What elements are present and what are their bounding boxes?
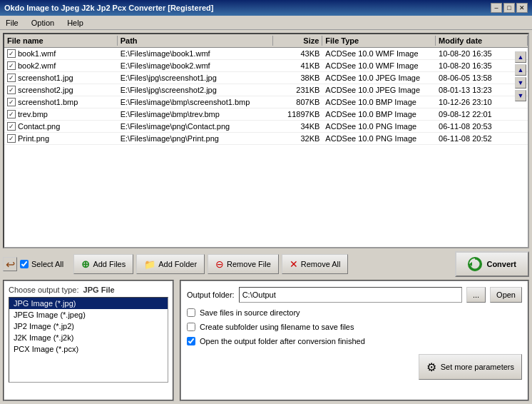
- row-checkbox[interactable]: [7, 86, 16, 94]
- file-table-container: File name Path Size File Type Modify dat…: [3, 33, 529, 248]
- main-content: File name Path Size File Type Modify dat…: [0, 30, 532, 404]
- row-checkbox[interactable]: [7, 98, 16, 106]
- convert-icon: [468, 257, 482, 271]
- convert-label: Convert: [486, 260, 516, 268]
- col-header-size: Size: [273, 36, 322, 46]
- save-source-row: Save files in source directory: [187, 308, 522, 317]
- params-label: Set more parameters: [441, 363, 514, 371]
- type-list-item[interactable]: JP2 Image (*.jp2): [9, 320, 168, 332]
- row-checkbox[interactable]: [7, 134, 16, 143]
- scroll-up-button[interactable]: ▲: [515, 64, 526, 76]
- table-row: book1.wmf E:\Files\image\book1.wmf 43KB …: [4, 48, 528, 60]
- open-button[interactable]: Open: [490, 287, 522, 303]
- row-checkbox[interactable]: [7, 61, 16, 70]
- row-checkbox[interactable]: [7, 122, 16, 131]
- table-row: Contact.png E:\Files\image\png\Contact.p…: [4, 121, 528, 133]
- td-filetype: ACDSee 10.0 JPEG Image: [322, 85, 436, 95]
- add-folder-button[interactable]: 📁 Add Folder: [136, 254, 205, 274]
- td-filename: trev.bmp: [4, 109, 118, 119]
- remove-all-button[interactable]: ✕ Remove All: [282, 254, 349, 274]
- type-list-item[interactable]: JPEG Image (*.jpeg): [9, 309, 168, 320]
- open-after-label: Open the output folder after conversion …: [200, 337, 365, 345]
- scroll-bottom-button[interactable]: ▼: [515, 90, 526, 101]
- type-list-item[interactable]: J2K Image (*.j2k): [9, 332, 168, 343]
- td-moddate: 06-11-08 20:52: [436, 133, 528, 143]
- browse-button[interactable]: ...: [466, 287, 486, 303]
- td-moddate: 09-08-12 22:01: [436, 109, 528, 119]
- td-size: 807KB: [273, 97, 322, 107]
- td-moddate: 06-11-08 20:53: [436, 121, 528, 131]
- col-header-path: Path: [118, 36, 273, 46]
- td-filetype: ACDSee 10.0 WMF Image: [322, 49, 436, 59]
- menu-file[interactable]: File: [3, 18, 21, 28]
- td-moddate: 10-08-20 16:35: [436, 49, 528, 59]
- remove-file-button[interactable]: ⊖ Remove File: [208, 254, 279, 274]
- title-bar: Okdo Image to Jpeg J2k Jp2 Pcx Converter…: [0, 0, 532, 16]
- add-files-icon: ⊕: [81, 258, 90, 270]
- td-size: 231KB: [273, 85, 322, 95]
- type-list-item[interactable]: PCX Image (*.pcx): [9, 343, 168, 355]
- minimize-button[interactable]: –: [491, 3, 502, 13]
- output-folder-input[interactable]: [239, 287, 462, 303]
- td-filetype: ACDSee 10.0 JPEG Image: [322, 73, 436, 83]
- gear-icon: ⚙: [426, 360, 436, 374]
- back-button[interactable]: ↩: [3, 257, 17, 271]
- type-list-item[interactable]: JPG Image (*.jpg): [9, 298, 168, 309]
- td-path: E:\Files\image\bmp\screenshot1.bmp: [118, 97, 273, 107]
- td-path: E:\Files\image\bmp\trev.bmp: [118, 109, 273, 119]
- td-moddate: 08-01-13 13:23: [436, 85, 528, 95]
- td-size: 41KB: [273, 61, 322, 71]
- remove-file-icon: ⊖: [215, 258, 224, 270]
- bottom-panel: Choose output type: JPG File JPG Image (…: [3, 280, 529, 401]
- output-type-label: Choose output type: JPG File: [9, 286, 168, 294]
- maximize-button[interactable]: □: [503, 3, 515, 13]
- td-size: 11897KB: [273, 109, 322, 119]
- td-moddate: 10-08-20 16:35: [436, 61, 528, 71]
- set-more-params-button[interactable]: ⚙ Set more parameters: [419, 354, 522, 380]
- td-path: E:\Files\jpg\screenshot1.jpg: [118, 73, 273, 83]
- td-path: E:\Files\image\book2.wmf: [118, 61, 273, 71]
- td-filename: screenshot1.bmp: [4, 97, 118, 107]
- td-size: 32KB: [273, 133, 322, 143]
- td-filename: Print.png: [4, 133, 118, 143]
- row-checkbox[interactable]: [7, 110, 16, 118]
- td-path: E:\Files\image\book1.wmf: [118, 49, 273, 59]
- td-filename: Contact.png: [4, 121, 118, 131]
- convert-button[interactable]: Convert: [455, 251, 529, 277]
- td-size: 34KB: [273, 121, 322, 131]
- table-row: book2.wmf E:\Files\image\book2.wmf 41KB …: [4, 60, 528, 72]
- scroll-top-button[interactable]: ▲: [515, 51, 526, 63]
- output-options-panel: Output folder: ... Open Save files in so…: [180, 280, 529, 401]
- add-files-button[interactable]: ⊕ Add Files: [73, 254, 133, 274]
- actions-row: ↩ Select All ⊕ Add Files 📁 Add Folder ⊖ …: [3, 251, 529, 277]
- select-all-checkbox[interactable]: [20, 260, 29, 268]
- table-body: book1.wmf E:\Files\image\book1.wmf 43KB …: [4, 48, 528, 247]
- title-bar-controls: – □ ✕: [491, 3, 528, 13]
- td-moddate: 10-12-26 23:10: [436, 97, 528, 107]
- close-button[interactable]: ✕: [516, 3, 528, 13]
- menu-option[interactable]: Option: [29, 18, 57, 28]
- row-checkbox[interactable]: [7, 49, 16, 58]
- menu-help[interactable]: Help: [64, 18, 86, 28]
- table-header: File name Path Size File Type Modify dat…: [4, 34, 528, 48]
- create-subfolder-checkbox[interactable]: [187, 323, 195, 331]
- open-after-row: Open the output folder after conversion …: [187, 337, 522, 345]
- row-checkbox[interactable]: [7, 74, 16, 82]
- td-filename: book1.wmf: [4, 49, 118, 59]
- td-filename: screenshot1.jpg: [4, 73, 118, 83]
- td-filetype: ACDSee 10.0 BMP Image: [322, 109, 436, 119]
- save-source-checkbox[interactable]: [187, 308, 195, 317]
- td-filetype: ACDSee 10.0 BMP Image: [322, 97, 436, 107]
- remove-all-icon: ✕: [290, 258, 298, 270]
- open-after-checkbox[interactable]: [187, 337, 195, 345]
- td-path: E:\Files\image\png\Print.png: [118, 133, 273, 143]
- td-filetype: ACDSee 10.0 WMF Image: [322, 61, 436, 71]
- td-filename: screenshot2.jpg: [4, 85, 118, 95]
- td-filename: book2.wmf: [4, 61, 118, 71]
- td-filetype: ACDSee 10.0 PNG Image: [322, 121, 436, 131]
- remove-all-label: Remove All: [301, 260, 341, 268]
- td-size: 38KB: [273, 73, 322, 83]
- td-path: E:\Files\image\png\Contact.png: [118, 121, 273, 131]
- table-row: screenshot2.jpg E:\Files\jpg\screenshot2…: [4, 84, 528, 96]
- scroll-down-button[interactable]: ▼: [515, 77, 526, 89]
